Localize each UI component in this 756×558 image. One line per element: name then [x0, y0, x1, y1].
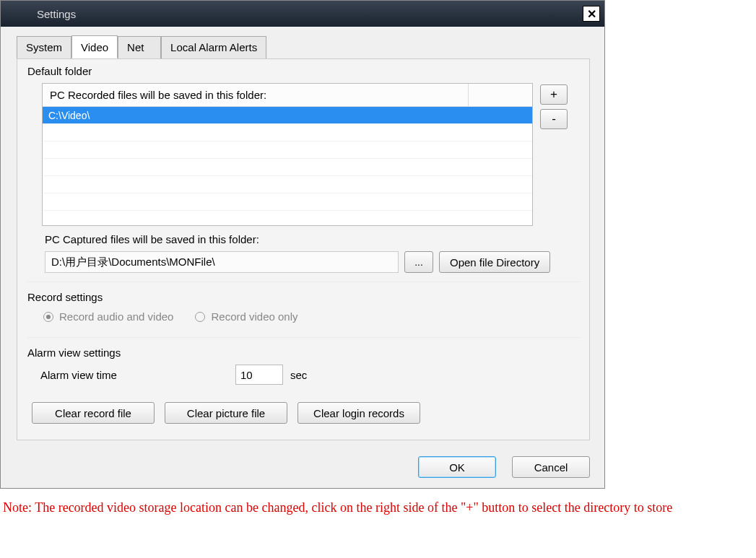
browse-button[interactable]: ...	[404, 251, 433, 273]
record-audio-video-option[interactable]: Record audio and video	[43, 310, 173, 323]
open-directory-button[interactable]: Open file Directory	[439, 251, 550, 273]
table-row	[43, 124, 532, 141]
clear-picture-file-button[interactable]: Clear picture file	[165, 402, 287, 424]
clear-login-records-button[interactable]: Clear login records	[297, 402, 420, 424]
capture-path-input[interactable]	[45, 251, 399, 273]
alarm-view-time-input[interactable]	[235, 365, 283, 385]
close-button[interactable]: ✕	[583, 6, 600, 22]
close-icon: ✕	[587, 7, 596, 21]
grid-header-label: PC Recorded files will be saved in this …	[43, 84, 469, 106]
folder-side-buttons: + -	[540, 83, 568, 226]
radio-label: Record video only	[211, 310, 297, 323]
settings-window: Settings ✕ System Video Net Local Alarm …	[0, 0, 605, 489]
table-row	[43, 193, 532, 211]
radio-icon	[43, 312, 53, 322]
alarm-view-section: Alarm view settings Alarm view time sec	[27, 337, 581, 388]
recorded-folder-area: PC Recorded files will be saved in this …	[27, 80, 581, 226]
capture-folder-section: PC Captured files will be saved in this …	[27, 226, 581, 273]
record-settings-title: Record settings	[27, 289, 581, 306]
ok-button[interactable]: OK	[418, 456, 496, 478]
tab-bar: System Video Net Local Alarm Alerts	[1, 27, 604, 58]
remove-folder-button[interactable]: -	[540, 109, 568, 129]
recorded-folder-grid[interactable]: PC Recorded files will be saved in this …	[42, 83, 533, 226]
capture-folder-label: PC Captured files will be saved in this …	[45, 233, 581, 251]
table-row	[43, 141, 532, 159]
folder-path: C:\Video\	[48, 110, 469, 121]
video-panel: Default folder PC Recorded files will be…	[17, 58, 590, 440]
clear-record-file-button[interactable]: Clear record file	[32, 402, 155, 424]
cancel-button[interactable]: Cancel	[512, 456, 590, 478]
record-settings-section: Record settings Record audio and video R…	[27, 282, 581, 328]
dialog-buttons: OK Cancel	[1, 449, 604, 488]
table-row	[43, 176, 532, 193]
clear-buttons-row: Clear record file Clear picture file Cle…	[27, 388, 581, 427]
tab-video[interactable]: Video	[71, 35, 118, 58]
alarm-view-title: Alarm view settings	[27, 345, 581, 362]
table-row[interactable]: C:\Video\	[43, 107, 532, 124]
minus-icon: -	[552, 112, 556, 126]
alarm-view-row: Alarm view time sec	[27, 362, 581, 385]
capture-folder-row: ... Open file Directory	[45, 251, 581, 273]
record-radio-group: Record audio and video Record video only	[27, 306, 581, 326]
tab-system[interactable]: System	[17, 36, 71, 59]
default-folder-title: Default folder	[27, 64, 581, 80]
table-row	[43, 159, 532, 176]
record-video-only-option[interactable]: Record video only	[195, 310, 297, 323]
radio-label: Record audio and video	[59, 310, 173, 323]
grid-header: PC Recorded files will be saved in this …	[43, 84, 532, 107]
alarm-view-unit: sec	[290, 369, 307, 381]
radio-icon	[195, 312, 205, 322]
alarm-view-label: Alarm view time	[40, 369, 228, 381]
note-text: Note: The recorded video storage locatio…	[0, 489, 751, 519]
tab-local-alarm-alerts[interactable]: Local Alarm Alerts	[161, 36, 266, 59]
tab-net[interactable]: Net	[118, 36, 161, 59]
add-folder-button[interactable]: +	[540, 84, 568, 105]
plus-icon: +	[550, 87, 557, 102]
window-title: Settings	[37, 8, 76, 20]
titlebar: Settings ✕	[1, 1, 604, 27]
